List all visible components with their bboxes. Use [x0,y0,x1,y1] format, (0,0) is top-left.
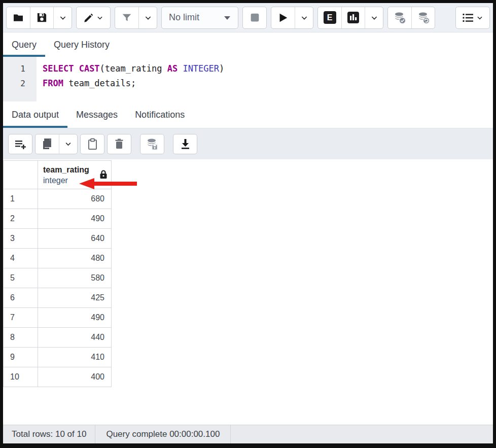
save-data-changes-button[interactable] [140,134,164,154]
play-icon [277,12,289,23]
sql-code-lines[interactable]: SELECT CAST(team_rating AS INTEGER)FROM … [37,57,224,101]
folder-icon [12,12,24,24]
value-cell[interactable]: 680 [38,189,112,209]
edit-button[interactable] [77,7,110,28]
query-complete-status: Query complete 00:00:00.100 [95,425,231,443]
sql-gutter: 12 [3,57,37,101]
execute-button-group [271,7,313,29]
filter-options-button[interactable] [138,7,157,28]
execute-button[interactable] [271,7,295,28]
editor-tabbar: Query Query History [3,32,493,57]
row-number-cell[interactable]: 6 [3,288,38,308]
save-file-button[interactable] [30,7,53,28]
macros-button[interactable] [456,7,489,28]
db-commit-icon [393,11,406,24]
table-row: 1680 [3,189,112,209]
explain-analyze-icon [347,11,360,24]
value-cell[interactable]: 425 [38,288,112,308]
transaction-button-group [387,7,435,29]
execute-options-button[interactable] [295,7,313,28]
chevron-down-icon [476,14,483,21]
sql-editor[interactable]: 12 SELECT CAST(team_rating AS INTEGER)FR… [3,57,493,101]
tab-query-history-label: Query History [54,40,110,50]
add-row-icon [14,139,26,150]
trash-icon [114,138,124,150]
paste-group [80,134,104,154]
output-tabbar: Data output Messages Notifications [3,101,493,128]
chevron-down-icon [144,14,152,22]
value-cell[interactable]: 490 [38,308,112,328]
pgadmin-query-tool: No limit E [3,3,493,443]
row-number-cell[interactable]: 8 [3,328,38,348]
paste-button[interactable] [81,134,104,154]
query-toolbar: No limit E [3,3,493,32]
download-button[interactable] [173,134,197,154]
results-toolbar [3,128,493,159]
value-cell[interactable]: 440 [38,328,112,348]
value-cell[interactable]: 410 [38,348,112,367]
code-line: FROM team_details; [43,76,224,91]
tab-notifications[interactable]: Notifications [126,101,193,128]
row-number-cell[interactable]: 2 [3,209,38,229]
explain-button[interactable]: E [318,7,341,28]
explain-options-button[interactable] [365,7,383,28]
open-file-button[interactable] [7,7,30,28]
row-number-cell[interactable]: 1 [3,189,38,209]
tab-query[interactable]: Query [3,32,45,57]
db-rollback-icon [417,11,430,24]
line-number: 1 [3,61,37,76]
pencil-icon [83,12,94,23]
results-grid: team_rating integer 16802490364044805580… [3,160,112,387]
tab-messages-label: Messages [76,110,118,120]
macros-button-group [455,7,490,29]
rollback-button[interactable] [411,7,435,28]
row-number-cell[interactable]: 3 [3,229,38,249]
tab-data-output-label: Data output [12,110,59,120]
table-row: 5580 [3,268,112,288]
value-cell[interactable]: 400 [38,367,112,387]
chevron-down-icon [370,14,378,22]
row-number-cell[interactable]: 10 [3,367,38,387]
stop-icon [250,12,260,23]
table-row: 6425 [3,288,112,308]
copy-icon [42,138,53,150]
chevron-down-icon [64,140,72,148]
row-number-cell[interactable]: 4 [3,249,38,268]
delete-row-button[interactable] [108,134,131,154]
row-number-cell[interactable]: 5 [3,268,38,288]
delete-group [107,134,131,154]
row-number-header[interactable] [3,160,38,189]
status-bar: Total rows: 10 of 10 Query complete 00:0… [3,425,493,443]
value-cell[interactable]: 490 [38,209,112,229]
code-line: SELECT CAST(team_rating AS INTEGER) [43,61,224,76]
table-row: 7490 [3,308,112,328]
red-arrow-icon [79,178,137,190]
numbered-list-icon [462,12,474,23]
value-cell[interactable]: 480 [38,249,112,268]
chevron-down-icon [96,14,103,21]
save-options-button[interactable] [53,7,72,28]
row-number-cell[interactable]: 7 [3,308,38,328]
stop-button-group [242,7,267,29]
tab-query-history[interactable]: Query History [45,32,118,57]
copy-button[interactable] [36,134,59,154]
explain-icon: E [324,11,336,24]
copy-options-button[interactable] [59,134,77,154]
value-cell[interactable]: 640 [38,229,112,249]
row-number-cell[interactable]: 9 [3,348,38,367]
row-limit-select[interactable]: No limit [161,7,238,29]
filter-button[interactable] [115,7,138,28]
tab-notifications-label: Notifications [135,110,185,120]
chevron-down-icon [59,14,67,22]
edit-button-group [76,7,111,29]
table-row: 4480 [3,249,112,268]
tab-data-output[interactable]: Data output [3,101,67,128]
add-row-button[interactable] [9,134,32,154]
stop-button[interactable] [243,7,266,28]
value-cell[interactable]: 580 [38,268,112,288]
explain-analyze-button[interactable] [341,7,365,28]
tab-messages[interactable]: Messages [67,101,126,128]
tab-query-label: Query [12,40,37,50]
filter-button-group [115,7,157,29]
commit-button[interactable] [388,7,411,28]
